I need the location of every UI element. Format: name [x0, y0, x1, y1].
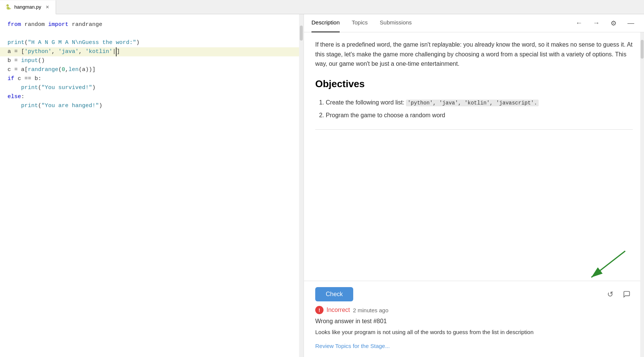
comment-icon — [623, 290, 630, 298]
keyword-from: from — [8, 20, 21, 29]
code-line-4: a = ['python', 'java', 'kotlin'|] — [0, 47, 304, 56]
editor-scroll-thumb — [300, 26, 303, 41]
code-line-10: print("You are hanged!") — [0, 101, 304, 110]
check-icons: ↺ — [604, 288, 633, 300]
tab-hangman-py[interactable]: 🐍 hangman.py ✕ — [0, 0, 56, 15]
close-panel-button[interactable]: — — [625, 18, 636, 29]
status-time: 2 minutes ago — [353, 307, 388, 313]
tab-bar: 🐍 hangman.py ✕ — [0, 0, 644, 14]
objective-item-1: Create the following word list: 'python'… — [326, 98, 633, 107]
editor-scrollbar[interactable] — [299, 14, 304, 357]
editor-panel[interactable]: from random import randrange print("H A … — [0, 14, 304, 357]
panel-description-content: If there is a predefined word, the game … — [304, 32, 644, 281]
description-intro: If there is a predefined word, the game … — [315, 40, 633, 69]
code-line-8: print("You survived!") — [0, 83, 304, 92]
check-row: Check ↺ — [315, 287, 633, 301]
error-title: Wrong answer in test #801 — [315, 318, 633, 325]
tab-close-button[interactable]: ✕ — [44, 4, 50, 10]
panel-nav-actions: ← → ⚙ — — [573, 18, 636, 29]
undo-button[interactable]: ↺ — [604, 288, 616, 300]
status-incorrect-label: Incorrect — [327, 307, 350, 313]
comment-button[interactable] — [621, 288, 633, 300]
error-detail: Looks like your program is not using all… — [315, 328, 633, 337]
tab-label: hangman.py — [14, 4, 41, 10]
objectives-heading: Objectives — [315, 76, 633, 92]
code-line-5: b = input() — [0, 56, 304, 65]
status-error-icon: ! — [315, 306, 324, 314]
panel-nav: Description Topics Submissions ← → ⚙ — — [304, 14, 644, 32]
settings-button[interactable]: ⚙ — [608, 18, 619, 29]
back-button[interactable]: ← — [573, 18, 585, 29]
objective-1-text: Create the following word list: — [326, 99, 406, 106]
code-line-2 — [0, 29, 304, 38]
keyword-import: import — [48, 20, 68, 29]
code-line-1: from random import randrange — [0, 20, 304, 29]
check-button[interactable]: Check — [315, 287, 353, 301]
code-line-9: else: — [0, 92, 304, 101]
panel-divider — [315, 129, 633, 130]
right-panel-scrollbar[interactable] — [640, 32, 644, 357]
right-scroll-thumb — [641, 40, 644, 59]
code-line-6: c = a[randrange(0,len(a))] — [0, 65, 304, 74]
tab-topics[interactable]: Topics — [352, 14, 368, 32]
objective-2-text: Program the game to choose a random word — [326, 112, 445, 118]
check-section: Check ↺ ! Incorrect 2 minutes ago Wrong … — [304, 281, 644, 357]
code-line-7: if c == b: — [0, 74, 304, 83]
tab-submissions[interactable]: Submissions — [380, 14, 412, 32]
objective-1-code: 'python', 'java', 'kotlin', 'javascript'… — [406, 100, 538, 106]
status-row: ! Incorrect 2 minutes ago — [315, 306, 633, 314]
objectives-list: Create the following word list: 'python'… — [315, 98, 633, 120]
review-topics-link[interactable]: Review Topics for the Stage... — [315, 343, 390, 349]
code-line-3: print("H A N G M A N\nGuess the word:") — [0, 38, 304, 47]
python-file-icon: 🐍 — [5, 4, 11, 10]
objective-item-2: Program the game to choose a random word — [326, 110, 633, 120]
main-area: from random import randrange print("H A … — [0, 14, 644, 357]
forward-button[interactable]: → — [591, 18, 602, 29]
tab-description[interactable]: Description — [311, 14, 340, 32]
right-panel: Description Topics Submissions ← → ⚙ — I… — [304, 14, 644, 357]
